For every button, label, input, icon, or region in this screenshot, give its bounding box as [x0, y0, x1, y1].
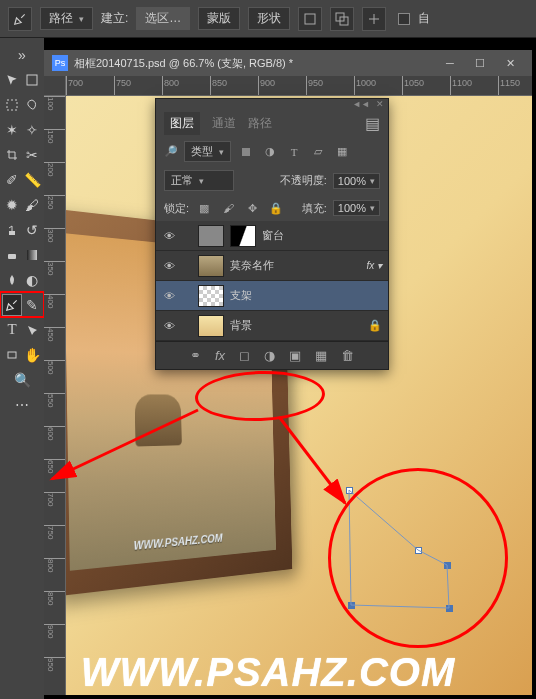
- link-layers-icon[interactable]: ⚭: [190, 348, 201, 363]
- ruler-horizontal: 7007508008509009501000105011001150: [66, 76, 532, 96]
- layer-fx-icon[interactable]: fx ▾: [366, 260, 382, 271]
- layer-row[interactable]: 👁莫奈名作fx ▾: [156, 251, 388, 281]
- trash-icon[interactable]: 🗑: [341, 348, 354, 363]
- layer-row[interactable]: 👁支架: [156, 281, 388, 311]
- magic-wand-tool[interactable]: ✧: [23, 120, 41, 140]
- eraser-tool[interactable]: [3, 245, 21, 265]
- crop-tool[interactable]: [3, 145, 21, 165]
- fx-icon[interactable]: fx: [215, 348, 225, 363]
- ruler-tick: 1100: [450, 76, 498, 95]
- mask-icon[interactable]: ◻: [239, 348, 250, 363]
- clone-stamp-tool[interactable]: [3, 220, 21, 240]
- slice-tool[interactable]: ✂: [23, 145, 41, 165]
- quick-select-tool[interactable]: ✶: [3, 120, 21, 140]
- zoom-tool[interactable]: 🔍: [12, 370, 32, 390]
- panel-close-icon[interactable]: ✕: [376, 99, 384, 109]
- adjustment-icon[interactable]: ◑: [264, 348, 275, 363]
- path-anchor[interactable]: [348, 602, 355, 609]
- blur-tool[interactable]: [3, 270, 21, 290]
- ruler-tick: 550: [44, 393, 65, 426]
- marquee-tool[interactable]: [3, 95, 21, 115]
- tab-paths[interactable]: 路径: [248, 115, 272, 132]
- brush-tool[interactable]: 🖌: [23, 195, 41, 215]
- lock-position-icon[interactable]: ✥: [243, 199, 261, 217]
- svg-rect-5: [27, 75, 37, 85]
- history-brush-tool[interactable]: ↺: [23, 220, 41, 240]
- filter-smart-icon[interactable]: ▦: [333, 143, 351, 161]
- chevron-double-icon[interactable]: »: [13, 45, 31, 65]
- ruler-tick: 100: [44, 96, 65, 129]
- close-button[interactable]: ✕: [496, 55, 524, 71]
- current-tool-indicator[interactable]: [8, 7, 32, 31]
- path-anchor[interactable]: [415, 547, 422, 554]
- make-mask-button[interactable]: 蒙版: [198, 7, 240, 30]
- panel-menu-icon[interactable]: ▤: [365, 114, 380, 133]
- filter-type-dropdown[interactable]: 类型: [184, 141, 231, 162]
- pen-tool[interactable]: [3, 295, 21, 315]
- path-align-icon[interactable]: [362, 7, 386, 31]
- layer-mask-thumbnail: [230, 225, 256, 247]
- path-op-icon-2[interactable]: [330, 7, 354, 31]
- ruler-tick: 300: [44, 228, 65, 261]
- lock-all-icon[interactable]: 🔒: [267, 199, 285, 217]
- layer-name[interactable]: 背景: [230, 318, 362, 333]
- ruler-corner: [44, 76, 66, 96]
- visibility-eye-icon[interactable]: 👁: [162, 229, 176, 243]
- rectangle-tool[interactable]: [3, 345, 21, 365]
- ruler-tick: 500: [44, 360, 65, 393]
- freeform-pen-tool[interactable]: ✎: [23, 295, 41, 315]
- group-icon[interactable]: ▣: [289, 348, 301, 363]
- layer-name[interactable]: 支架: [230, 288, 382, 303]
- path-select-tool[interactable]: [23, 320, 41, 340]
- fill-value[interactable]: 100%: [333, 200, 380, 216]
- filter-search-icon: 🔎: [164, 145, 178, 158]
- more-tools-icon[interactable]: ⋯: [12, 395, 32, 415]
- lasso-tool[interactable]: [23, 95, 41, 115]
- visibility-eye-icon[interactable]: 👁: [162, 259, 176, 273]
- path-anchor[interactable]: [444, 562, 451, 569]
- layers-panel[interactable]: ◄◄ ✕ 图层 通道 路径 ▤ 🔎 类型 ◑ T ▱ ▦ 正常 不透明度: 10…: [155, 98, 389, 370]
- tab-layers[interactable]: 图层: [164, 112, 200, 135]
- lock-transparent-icon[interactable]: ▩: [195, 199, 213, 217]
- visibility-eye-icon[interactable]: 👁: [162, 289, 176, 303]
- ruler-tool[interactable]: 📏: [23, 170, 41, 190]
- hand-tool[interactable]: ✋: [23, 345, 41, 365]
- auto-checkbox[interactable]: [398, 13, 410, 25]
- filter-shape-icon[interactable]: ▱: [309, 143, 327, 161]
- ruler-tick: 1150: [498, 76, 532, 95]
- opacity-value[interactable]: 100%: [333, 173, 380, 189]
- ruler-tick: 250: [44, 195, 65, 228]
- visibility-eye-icon[interactable]: 👁: [162, 319, 176, 333]
- photoshop-doc-icon: Ps: [52, 55, 68, 71]
- make-selection-button[interactable]: 选区…: [136, 7, 190, 30]
- ruler-tick: 350: [44, 261, 65, 294]
- filter-pixel-icon[interactable]: [237, 143, 255, 161]
- move-tool[interactable]: [3, 70, 21, 90]
- ruler-tick: 950: [306, 76, 354, 95]
- tab-channels[interactable]: 通道: [212, 115, 236, 132]
- path-anchor[interactable]: [446, 605, 453, 612]
- layer-row[interactable]: 👁背景🔒: [156, 311, 388, 341]
- blend-mode-dropdown[interactable]: 正常: [164, 170, 234, 191]
- path-anchor[interactable]: [346, 487, 353, 494]
- tool-mode-dropdown[interactable]: 路径: [40, 7, 93, 30]
- type-tool[interactable]: T: [3, 320, 21, 340]
- filter-adjust-icon[interactable]: ◑: [261, 143, 279, 161]
- minimize-button[interactable]: ─: [436, 55, 464, 71]
- eyedropper-tool[interactable]: ✐: [3, 170, 21, 190]
- spot-heal-tool[interactable]: ✹: [3, 195, 21, 215]
- gradient-tool[interactable]: [23, 245, 41, 265]
- new-layer-icon[interactable]: ▦: [315, 348, 327, 363]
- panel-collapse-icon[interactable]: ◄◄: [352, 99, 370, 109]
- layer-row[interactable]: 👁窗台: [156, 221, 388, 251]
- dodge-tool[interactable]: ◐: [23, 270, 41, 290]
- path-op-icon-1[interactable]: [298, 7, 322, 31]
- lock-pixels-icon[interactable]: 🖌: [219, 199, 237, 217]
- filter-type-icon[interactable]: T: [285, 143, 303, 161]
- layer-name[interactable]: 莫奈名作: [230, 258, 360, 273]
- layer-name[interactable]: 窗台: [262, 228, 382, 243]
- options-bar: 路径 建立: 选区… 蒙版 形状 自: [0, 0, 536, 38]
- artboard-tool[interactable]: [23, 70, 41, 90]
- maximize-button[interactable]: ☐: [466, 55, 494, 71]
- make-shape-button[interactable]: 形状: [248, 7, 290, 30]
